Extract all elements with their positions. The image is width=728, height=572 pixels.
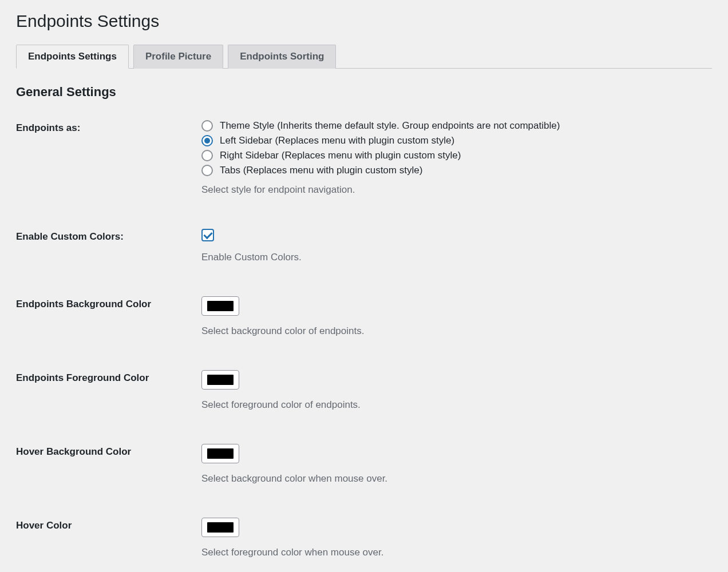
radio-label: Tabs (Replaces menu with plugin custom s…: [220, 165, 422, 176]
section-title: General Settings: [16, 85, 712, 100]
fg-color-label: Endpoints Foreground Color: [16, 370, 201, 384]
bg-color-swatch: [207, 301, 234, 311]
enable-custom-colors-label: Enable Custom Colors:: [16, 229, 201, 243]
endpoints-as-option-tabs[interactable]: Tabs (Replaces menu with plugin custom s…: [201, 165, 712, 176]
form-table: Endpoints as: Theme Style (Inherits them…: [16, 120, 712, 558]
endpoints-as-option-theme-style[interactable]: Theme Style (Inherits theme default styl…: [201, 120, 712, 132]
enable-custom-colors-description: Enable Custom Colors.: [201, 252, 712, 263]
endpoints-as-radio-list: Theme Style (Inherits theme default styl…: [201, 120, 712, 176]
field-hover-color: Hover Color Select foreground color when…: [16, 518, 712, 558]
hover-color-label: Hover Color: [16, 518, 201, 531]
field-hover-bg: Hover Background Color Select background…: [16, 444, 712, 484]
tab-endpoints-settings[interactable]: Endpoints Settings: [16, 45, 129, 69]
field-endpoints-as: Endpoints as: Theme Style (Inherits them…: [16, 120, 712, 196]
radio-label: Theme Style (Inherits theme default styl…: [220, 120, 560, 132]
hover-bg-button[interactable]: [201, 444, 239, 463]
hover-color-button[interactable]: [201, 518, 239, 537]
radio-theme-style[interactable]: [201, 120, 213, 132]
tab-profile-picture[interactable]: Profile Picture: [133, 45, 223, 69]
fg-color-swatch: [207, 375, 234, 385]
endpoints-as-option-right-sidebar[interactable]: Right Sidebar (Replaces menu with plugin…: [201, 150, 712, 161]
page-title: Endpoints Settings: [16, 11, 712, 31]
endpoints-as-description: Select style for endpoint navigation.: [201, 184, 712, 196]
field-fg-color: Endpoints Foreground Color Select foregr…: [16, 370, 712, 411]
hover-bg-label: Hover Background Color: [16, 444, 201, 458]
bg-color-label: Endpoints Background Color: [16, 296, 201, 310]
fg-color-button[interactable]: [201, 370, 239, 390]
hover-bg-swatch: [207, 448, 234, 459]
tab-endpoints-sorting[interactable]: Endpoints Sorting: [228, 45, 336, 69]
field-enable-custom-colors: Enable Custom Colors: Enable Custom Colo…: [16, 229, 712, 263]
radio-label: Left Sidebar (Replaces menu with plugin …: [220, 135, 454, 146]
hover-color-swatch: [207, 522, 234, 533]
fg-color-description: Select foreground color of endpoints.: [201, 399, 712, 411]
bg-color-description: Select background color of endpoints.: [201, 325, 712, 337]
field-bg-color: Endpoints Background Color Select backgr…: [16, 296, 712, 337]
hover-bg-description: Select background color when mouse over.: [201, 473, 712, 484]
enable-custom-colors-checkbox[interactable]: [201, 229, 214, 241]
nav-tabs: Endpoints Settings Profile Picture Endpo…: [16, 45, 712, 69]
radio-right-sidebar[interactable]: [201, 150, 213, 161]
bg-color-button[interactable]: [201, 296, 239, 316]
radio-tabs[interactable]: [201, 165, 213, 176]
radio-label: Right Sidebar (Replaces menu with plugin…: [220, 150, 461, 161]
hover-color-description: Select foreground color when mouse over.: [201, 547, 712, 558]
endpoints-as-option-left-sidebar[interactable]: Left Sidebar (Replaces menu with plugin …: [201, 135, 712, 146]
radio-left-sidebar[interactable]: [201, 135, 213, 146]
endpoints-as-label: Endpoints as:: [16, 120, 201, 134]
